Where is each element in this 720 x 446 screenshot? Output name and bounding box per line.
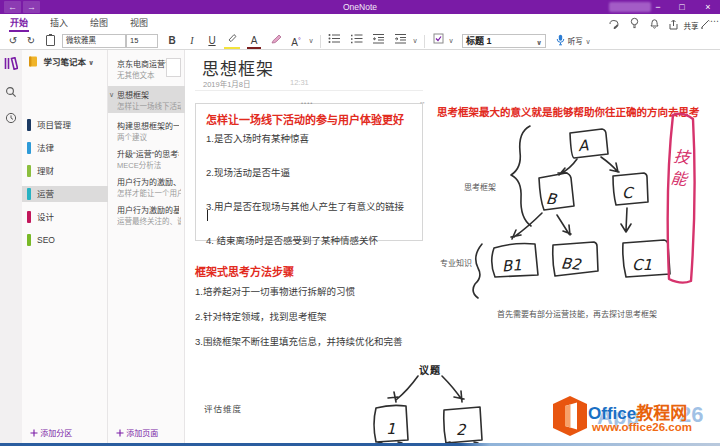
page-item-thinking-framework[interactable]: ∨ 思想框架 怎样让一场线下活动的… — [108, 86, 185, 113]
todo-tag-button[interactable] — [430, 33, 446, 49]
block1-item: 1.是否入场时有某种惊喜 — [206, 133, 412, 145]
outdent-button[interactable] — [370, 33, 386, 49]
topic-label: 评估维度 — [204, 402, 242, 414]
font-name-select[interactable]: 微软雅黑 — [62, 34, 126, 48]
ink-arrow-topic-1 — [388, 376, 418, 402]
page-thumbnail — [166, 58, 181, 77]
page-time: 12:31 — [290, 78, 309, 87]
note-canvas[interactable]: 思想框架 2019年1月8日 12:31 •••• ↔ 怎样让一场线下活动的参与… — [185, 50, 720, 443]
block-resize-handle[interactable]: ↔ — [419, 98, 426, 105]
bell-icon[interactable] — [649, 15, 665, 31]
section-item-design[interactable]: 设计 — [22, 209, 108, 225]
underline-button[interactable]: U — [204, 33, 220, 49]
ink-arrow-c-c1 — [621, 208, 631, 232]
minimize-button[interactable]: − — [648, 0, 668, 14]
office-logo — [553, 396, 587, 436]
svg-text:C: C — [622, 184, 635, 202]
section-item-finance[interactable]: 理财 — [22, 163, 108, 179]
svg-text:B: B — [545, 190, 559, 209]
more-options-icon[interactable]: ⋯ — [710, 15, 720, 31]
content-block-activity[interactable]: •••• ↔ 怎样让一场线下活动的参与用户体验更好 1.是否入场时有某种惊喜 2… — [195, 103, 423, 241]
ink-sync-icon[interactable] — [608, 15, 624, 31]
content-block-method[interactable]: 框架式思考方法步骤 1.培养起对于一切事物进行拆解的习惯 2.针对特定领域，找到… — [195, 263, 435, 361]
section-item-seo[interactable]: SEO — [22, 232, 108, 248]
close-button[interactable]: × — [698, 0, 718, 14]
svg-text:2: 2 — [456, 421, 467, 439]
block-move-handle[interactable]: •••• — [301, 100, 313, 106]
lightbulb-icon[interactable] — [629, 15, 645, 31]
page-item-build-framework[interactable]: 构建思想框架的一些… 两个建议 — [108, 117, 185, 144]
style-chevron-icon: ∨ — [536, 37, 542, 49]
page-item-incentive-basics[interactable]: 用户行为激励的基本… 运营最终关注的、说… — [108, 201, 185, 228]
svg-text:B2: B2 — [560, 254, 583, 274]
section-color-tab — [27, 211, 31, 223]
section-item-project[interactable]: 项目管理 — [22, 117, 108, 133]
style-selector[interactable]: 标题 1 ∨ — [462, 34, 546, 48]
recent-notes-icon[interactable] — [0, 108, 22, 130]
highlight-color-bar — [224, 47, 240, 50]
add-section-button[interactable]: 添加分区 — [30, 427, 72, 438]
titlebar: ← → OneNote − □ × — [0, 0, 720, 14]
redo-button[interactable]: ↻ — [24, 33, 38, 49]
formatting-more-chevron-icon[interactable]: ∨ — [306, 33, 316, 49]
block1-heading: 怎样让一场线下活动的参与用户体验更好 — [206, 111, 412, 127]
page-expand-chevron-icon[interactable]: ∨ — [109, 91, 114, 99]
page-item-upgrade-framework[interactable]: 升级“运营”的思考框架 MECE分析法 — [108, 145, 185, 172]
page-item-jd-course[interactable]: 京东电商运营课 无其他文本 — [108, 55, 185, 82]
tab-draw[interactable]: 绘图 — [86, 16, 112, 31]
bold-button[interactable]: B — [164, 33, 180, 49]
clear-formatting-button[interactable]: A° — [288, 33, 304, 49]
search-icon[interactable] — [0, 82, 22, 104]
page-title[interactable]: 思想框架 — [202, 55, 274, 80]
tab-insert[interactable]: 插入 — [46, 16, 72, 31]
topic-diagram[interactable]: 1 2 — [330, 372, 530, 443]
notebook-chevron-icon: ∨ — [88, 59, 94, 66]
indent-button[interactable] — [392, 33, 408, 49]
format-painter-button[interactable] — [268, 33, 284, 49]
section-color-tab — [27, 234, 31, 246]
clipboard-icon[interactable] — [46, 35, 55, 46]
font-size-select[interactable]: 15 — [126, 34, 158, 48]
dictate-button[interactable]: 听写 ∨ — [556, 33, 606, 49]
numbered-list-button[interactable] — [348, 33, 364, 49]
svg-text:1: 1 — [386, 420, 396, 438]
undo-button[interactable]: ↺ — [6, 33, 20, 49]
notebook-title: 学习笔记本 — [43, 57, 86, 67]
svg-text:A: A — [577, 136, 590, 155]
framework-diagram[interactable]: 思考框架 专业知识 A B C B1 B2 C1 — [430, 112, 720, 317]
page-item-user-incentive[interactable]: 用户行为的激励、引… 怎样才能让一个用户… — [108, 173, 185, 200]
ink-skill-capsule — [668, 114, 695, 283]
watermark-url: www.office26.com — [592, 421, 692, 433]
add-page-button[interactable]: 添加页面 — [116, 427, 158, 438]
ink-arrow-a-b — [558, 159, 577, 175]
account-chip[interactable] — [609, 2, 651, 12]
share-button[interactable]: 共享 — [668, 15, 702, 31]
list-more-chevron-icon[interactable]: ∨ — [410, 33, 420, 49]
ribbon: 开始 插入 绘图 视图 共享 ⋯ ↺ ↻ 微软雅黑 15 B I U — [0, 14, 720, 50]
tab-view[interactable]: 视图 — [126, 16, 152, 31]
notebooks-nav-button[interactable] — [0, 54, 22, 76]
highlighter-button[interactable] — [224, 33, 240, 49]
font-color-button[interactable]: A — [246, 33, 262, 49]
maximize-button[interactable]: □ — [672, 0, 692, 14]
block2-item: 1.培养起对于一切事物进行拆解的习惯 — [195, 286, 435, 298]
italic-button[interactable]: I — [184, 33, 200, 49]
section-color-tab — [27, 165, 31, 177]
ink-arrow-b-b1 — [511, 213, 542, 239]
tag-chevron-icon[interactable]: ∨ — [446, 33, 456, 49]
block1-item: 3.用户是否在现场与其他人产生了有意义的链接 — [206, 201, 412, 213]
dictate-chevron-icon: ∨ — [586, 38, 591, 45]
ink-arrow-b-b2 — [557, 215, 571, 235]
bullet-list-button[interactable] — [326, 33, 342, 49]
notebook-header[interactable]: 学习笔记本 ∨ — [28, 56, 94, 70]
dictate-label: 听写 — [568, 37, 583, 46]
section-color-tab — [27, 119, 31, 131]
tab-home[interactable]: 开始 — [6, 16, 32, 31]
onenote-window: ← → OneNote − □ × 开始 插入 绘图 视图 共享 ⋯ ↺ — [0, 0, 720, 446]
section-item-law[interactable]: 法律 — [22, 140, 108, 156]
page-date: 2019年1月8日 — [203, 78, 251, 89]
font-color-bar — [247, 47, 261, 50]
ink-squiggle — [473, 244, 482, 298]
section-item-operations[interactable]: 运营 — [22, 186, 108, 202]
svg-text:C1: C1 — [632, 256, 652, 274]
